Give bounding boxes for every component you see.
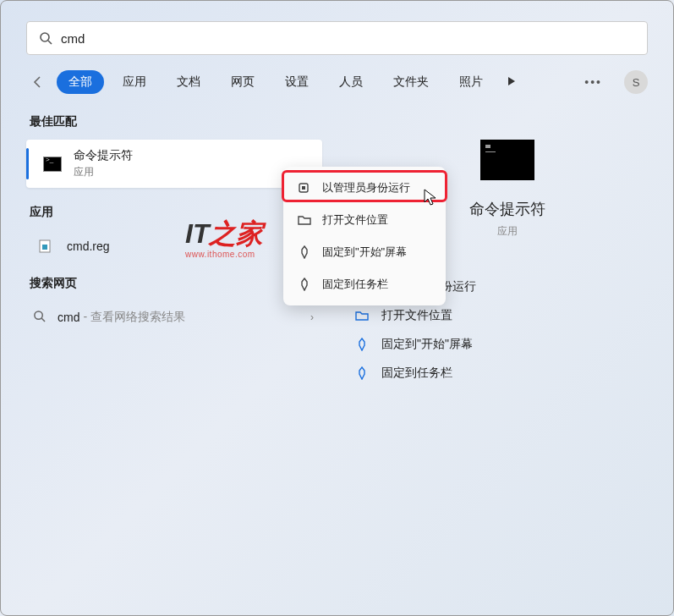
web-result-row[interactable]: cmd - 查看网络搜索结果 › [26,301,322,333]
search-input[interactable] [61,31,635,46]
back-button[interactable] [26,70,50,94]
ctx-label: 打开文件位置 [322,212,388,228]
section-web: 搜索网页 [30,276,322,291]
best-match-result[interactable]: 命令提示符 应用 [26,140,322,188]
preview-app-icon [480,140,534,180]
ctx-pin-start[interactable]: 固定到"开始"屏幕 [288,236,441,268]
tab-all[interactable]: 全部 [57,70,104,94]
shield-icon [297,181,312,195]
svg-line-5 [41,318,45,322]
tab-folders[interactable]: 文件夹 [381,70,441,94]
tab-web[interactable]: 网页 [219,70,266,94]
search-icon [33,310,46,325]
tab-people[interactable]: 人员 [327,70,375,94]
best-match-title: 命令提示符 [74,148,133,163]
overflow-menu[interactable]: ••• [578,75,609,89]
best-match-subtitle: 应用 [74,165,133,179]
ctx-label: 固定到任务栏 [322,277,388,292]
ctx-label: 以管理员身份运行 [322,180,410,195]
search-icon [39,31,52,45]
chevron-right-icon: › [310,311,314,323]
svg-point-4 [35,311,42,319]
action-pin-start[interactable]: 固定到"开始"屏幕 [354,330,660,359]
action-open-location[interactable]: 打开文件位置 [354,301,660,330]
pin-icon [297,245,312,259]
web-hint: - 查看网络搜索结果 [83,310,185,325]
cmd-icon [43,157,62,172]
ctx-pin-taskbar[interactable]: 固定到任务栏 [288,268,441,300]
svg-rect-3 [42,245,47,250]
pin-icon [297,278,312,291]
tab-settings[interactable]: 设置 [273,70,321,94]
pin-icon [354,338,370,351]
tab-documents[interactable]: 文档 [165,70,212,94]
ctx-open-location[interactable]: 打开文件位置 [288,204,441,236]
app-result-row[interactable]: cmd.reg › [26,230,322,262]
search-bar[interactable] [26,21,648,55]
user-avatar[interactable]: S [624,70,648,94]
action-label: 打开文件位置 [381,308,452,323]
action-pin-taskbar[interactable]: 固定到任务栏 [354,359,660,388]
context-menu: 以管理员身份运行 打开文件位置 固定到"开始"屏幕 固定到任务栏 [283,167,446,305]
tab-apps[interactable]: 应用 [111,70,158,94]
ctx-label: 固定到"开始"屏幕 [322,245,407,260]
section-apps: 应用 [30,205,322,220]
ctx-run-admin[interactable]: 以管理员身份运行 [288,172,441,204]
svg-point-0 [41,33,49,41]
section-best-match: 最佳匹配 [30,114,322,129]
tab-photos[interactable]: 照片 [447,70,495,94]
svg-rect-9 [302,186,305,190]
web-query: cmd [58,311,79,324]
folder-icon [297,213,312,227]
more-tabs-icon[interactable] [507,74,517,90]
pin-icon [354,366,370,380]
tabs-row: 全部 应用 文档 网页 设置 人员 文件夹 照片 ••• S [1,55,673,94]
action-label: 固定到"开始"屏幕 [381,337,473,352]
action-label: 固定到任务栏 [381,366,452,381]
svg-line-1 [48,41,52,44]
folder-icon [354,309,370,322]
app-result-name: cmd.reg [67,239,110,253]
reg-file-icon [38,239,53,254]
